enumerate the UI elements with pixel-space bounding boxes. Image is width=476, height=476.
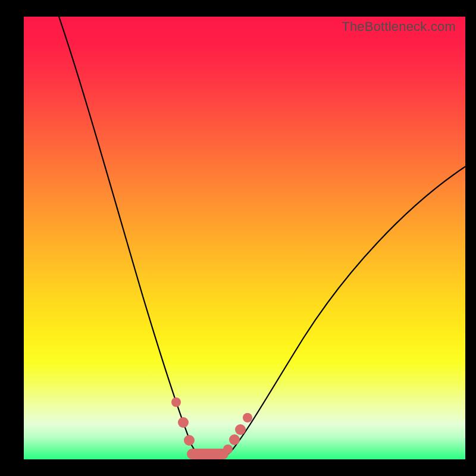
plot-area: TheBottleneck.com bbox=[24, 17, 465, 459]
chart-svg bbox=[24, 17, 465, 459]
bottleneck-curve bbox=[59, 17, 465, 459]
curve-marker bbox=[171, 397, 181, 407]
chart-frame: TheBottleneck.com bbox=[0, 0, 476, 476]
curve-marker bbox=[184, 435, 195, 446]
curve-marker bbox=[235, 424, 246, 435]
curve-marker bbox=[243, 413, 252, 422]
curve-marker bbox=[229, 434, 240, 445]
curve-marker bbox=[178, 417, 189, 428]
curve-marker bbox=[223, 444, 233, 454]
